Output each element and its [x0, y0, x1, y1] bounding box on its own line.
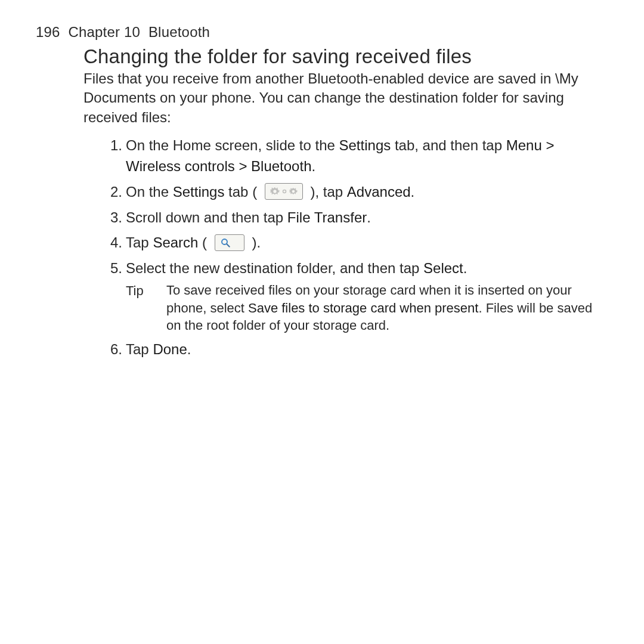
search-button-icon: [215, 234, 244, 251]
manual-page: 196 Chapter 10 Bluetooth Changing the fo…: [0, 0, 644, 389]
save-files-option: Save files to storage card when present: [248, 301, 478, 315]
step-text: ).: [248, 234, 261, 250]
step-number: 5.: [104, 258, 122, 279]
step-4: 4. Tap Search ( ).: [104, 233, 596, 253]
gear-icon: [281, 188, 288, 195]
step-text: tab, and then tap: [391, 137, 506, 153]
section-body: Changing the folder for saving received …: [83, 45, 596, 360]
step-1: 1. On the Home screen, slide to the Sett…: [104, 135, 596, 177]
tip-block: Tip To save received files on your stora…: [126, 281, 596, 335]
step-number: 3.: [104, 208, 122, 228]
select-label: Select: [423, 260, 463, 276]
step-text: On the Home screen, slide to the: [126, 137, 339, 153]
step-text: Tap: [126, 234, 153, 250]
steps-list: 1. On the Home screen, slide to the Sett…: [83, 135, 596, 360]
step-text: tab (: [224, 184, 261, 200]
section-intro: Files that you receive from another Blue…: [83, 69, 596, 127]
step-text: Tap: [126, 341, 153, 357]
tip-text: To save received files on your storage c…: [166, 281, 596, 335]
step-text: .: [311, 158, 315, 174]
page-header: 196 Chapter 10 Bluetooth: [36, 24, 608, 41]
step-number: 1.: [104, 135, 122, 156]
settings-label: Settings: [339, 137, 391, 153]
step-text: (: [198, 234, 210, 250]
step-text: .: [411, 184, 415, 200]
magnifier-icon: [220, 237, 231, 248]
gear-icon: [270, 187, 280, 196]
step-number: 2.: [104, 182, 122, 203]
svg-line-2: [227, 244, 230, 247]
chapter-title: Bluetooth: [148, 24, 210, 40]
chapter-number: Chapter 10: [68, 24, 140, 40]
settings-tab-icon: [265, 183, 303, 200]
settings-label: Settings: [173, 184, 225, 200]
step-text: .: [463, 260, 467, 276]
page-number: 196: [36, 24, 60, 40]
step-6: 6. Tap Done.: [104, 339, 596, 360]
step-3: 3. Scroll down and then tap File Transfe…: [104, 208, 596, 228]
svg-point-0: [283, 190, 286, 193]
step-2: 2. On the Settings tab ( ), tap Advanced…: [104, 182, 596, 203]
gear-icon: [289, 187, 298, 196]
step-text: .: [187, 341, 191, 357]
step-5: 5. Select the new destination folder, an…: [104, 258, 596, 335]
step-text: On the: [126, 184, 173, 200]
step-text: Select the new destination folder, and t…: [126, 260, 423, 276]
step-number: 4.: [104, 233, 122, 253]
search-label: Search: [153, 234, 198, 250]
step-text: Scroll down and then tap: [126, 209, 287, 225]
file-transfer-label: File Transfer: [287, 209, 367, 225]
section-title: Changing the folder for saving received …: [83, 45, 596, 68]
step-number: 6.: [104, 339, 122, 360]
step-text: .: [367, 209, 371, 225]
step-text: ), tap: [306, 184, 347, 200]
advanced-label: Advanced: [347, 184, 411, 200]
tip-label: Tip: [126, 281, 150, 335]
done-label: Done: [153, 341, 187, 357]
